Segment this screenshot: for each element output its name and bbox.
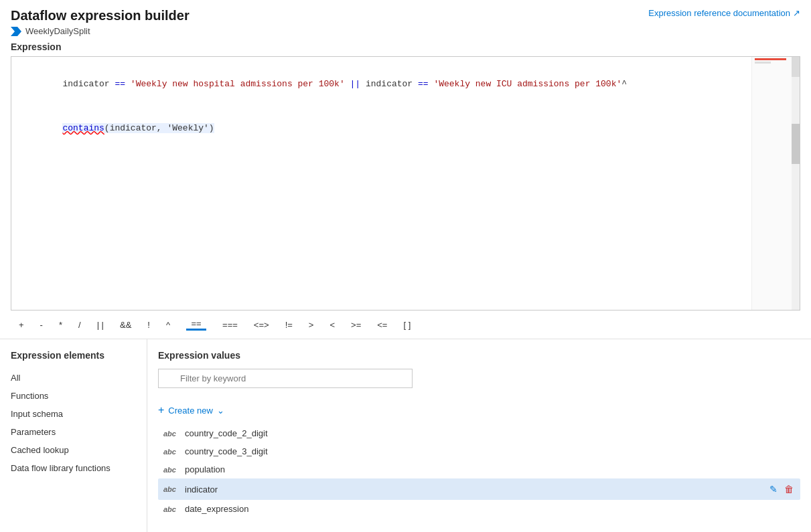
minimap-line-1: [755, 58, 786, 60]
sidebar-item-input-schema[interactable]: Input schema: [0, 405, 147, 423]
editor-line1: indicator == 'Weekly new hospital admiss…: [21, 64, 790, 105]
item-name: indicator: [185, 484, 763, 495]
doc-link-text: Expression reference documentation: [648, 8, 790, 18]
subtitle-text: WeeklyDailySplit: [25, 26, 90, 36]
expression-elements-panel: Expression elements All Functions Input …: [0, 339, 147, 532]
sidebar-item-data-flow-library[interactable]: Data flow library functions: [0, 459, 147, 477]
edit-icon[interactable]: ✎: [768, 482, 779, 496]
op-neq[interactable]: !=: [277, 317, 301, 333]
delete-icon[interactable]: 🗑: [783, 482, 795, 496]
type-icon: abc: [163, 485, 179, 493]
type-icon: abc: [163, 430, 179, 438]
expression-values-title: Expression values: [158, 350, 800, 361]
op-strict-eq[interactable]: ===: [214, 317, 246, 333]
bottom-section: Expression elements All Functions Input …: [0, 339, 811, 532]
op-caret[interactable]: ^: [158, 317, 178, 333]
subtitle-row: WeeklyDailySplit: [11, 26, 190, 36]
item-name: date_expression: [185, 504, 795, 514]
op-and[interactable]: &&: [112, 317, 139, 333]
op-lte[interactable]: <=: [369, 317, 395, 333]
minimap-line-2: [755, 62, 771, 64]
op-gt[interactable]: >: [301, 317, 322, 333]
op-divide[interactable]: /: [70, 317, 89, 333]
header-right: Expression reference documentation ↗: [648, 8, 800, 18]
create-new-button[interactable]: + Create new ⌄: [158, 404, 224, 416]
dataflow-icon: [11, 27, 21, 36]
doc-link[interactable]: Expression reference documentation ↗: [648, 8, 800, 18]
list-item[interactable]: abc population: [158, 460, 800, 478]
scrollbar-thumb[interactable]: [792, 124, 800, 164]
external-link-icon: ↗: [793, 8, 800, 18]
item-name: country_code_3_digit: [185, 446, 795, 456]
expression-editor[interactable]: indicator == 'Weekly new hospital admiss…: [11, 56, 800, 311]
op-multiply[interactable]: *: [51, 317, 70, 333]
active-indicator: [186, 329, 206, 331]
sidebar-item-all[interactable]: All: [0, 369, 147, 387]
op-gte[interactable]: >=: [343, 317, 369, 333]
header: Dataflow expression builder WeeklyDailyS…: [0, 0, 811, 39]
sidebar-item-functions[interactable]: Functions: [0, 387, 147, 405]
item-name: population: [185, 464, 795, 474]
value-list: abc country_code_2_digit abc country_cod…: [158, 424, 800, 518]
plus-icon: +: [158, 404, 164, 416]
type-icon: abc: [163, 466, 179, 474]
list-item[interactable]: abc date_expression: [158, 500, 800, 518]
op-plus[interactable]: +: [11, 317, 32, 333]
item-name: country_code_2_digit: [185, 428, 795, 438]
list-item[interactable]: abc country_code_3_digit: [158, 442, 800, 460]
svg-marker-0: [11, 27, 21, 36]
sidebar-item-cached-lookup[interactable]: Cached lookup: [0, 441, 147, 459]
item-actions: ✎ 🗑: [768, 482, 795, 496]
header-left: Dataflow expression builder WeeklyDailyS…: [11, 8, 190, 36]
op-spaceship[interactable]: <=>: [246, 317, 277, 333]
op-bracket[interactable]: [ ]: [395, 317, 419, 333]
minimap: [751, 57, 792, 310]
op-or[interactable]: | |: [89, 317, 112, 333]
create-new-label: Create new: [168, 406, 212, 416]
chevron-down-icon: ⌄: [217, 406, 224, 416]
editor-line2: contains(indicator, 'Weekly'): [21, 108, 790, 149]
page-title: Dataflow expression builder: [11, 8, 190, 23]
expression-label: Expression: [11, 41, 800, 52]
op-lt[interactable]: <: [321, 317, 343, 333]
editor-content[interactable]: indicator == 'Weekly new hospital admiss…: [11, 57, 800, 157]
code-indicator: indicator: [62, 79, 115, 89]
expression-values-panel: Expression values 🔍 + Create new ⌄ abc c…: [147, 339, 811, 532]
vertical-scrollbar[interactable]: [792, 57, 800, 310]
type-icon: abc: [163, 448, 179, 456]
create-new-wrapper: + Create new ⌄: [158, 404, 800, 416]
scrollbar-indicator: [792, 57, 800, 77]
search-input[interactable]: [158, 369, 413, 388]
expression-elements-title: Expression elements: [0, 350, 147, 369]
op-minus[interactable]: -: [32, 317, 51, 333]
sidebar-item-parameters[interactable]: Parameters: [0, 423, 147, 441]
op-eq[interactable]: ==: [178, 316, 214, 333]
type-icon: abc: [163, 505, 179, 513]
filter-wrapper: 🔍: [158, 369, 413, 396]
list-item-selected[interactable]: abc indicator ✎ 🗑: [158, 478, 800, 500]
expression-section: Expression indicator == 'Weekly new hosp…: [0, 39, 811, 311]
operators-bar: + - * / | | && ! ^ == === <=> != > < >= …: [0, 311, 811, 339]
op-not[interactable]: !: [139, 317, 158, 333]
list-item[interactable]: abc country_code_2_digit: [158, 424, 800, 442]
